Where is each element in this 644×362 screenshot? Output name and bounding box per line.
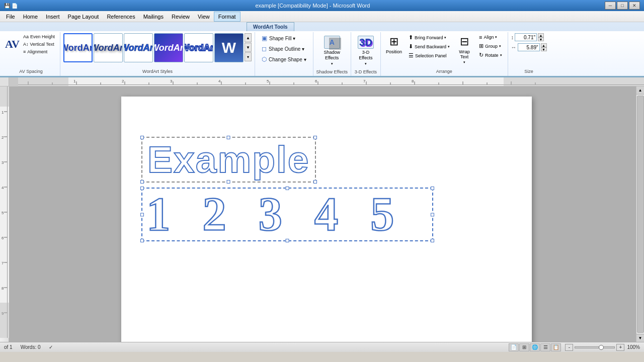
menu-insert[interactable]: Insert bbox=[42, 12, 64, 22]
menu-view[interactable]: View bbox=[194, 12, 214, 22]
menu-page-layout[interactable]: Page Layout bbox=[64, 12, 103, 22]
alignment-icon: ≡ bbox=[23, 49, 26, 54]
nums-handle-br[interactable] bbox=[431, 239, 434, 242]
nums-handle-tr[interactable] bbox=[431, 187, 434, 190]
wordart-style-5[interactable]: WordArt bbox=[184, 33, 213, 62]
send-backward-button[interactable]: ⬇ Send Backward ▾ bbox=[406, 42, 452, 51]
view-outline-button[interactable]: ☰ bbox=[540, 343, 550, 351]
width-down[interactable]: ▼ bbox=[541, 47, 547, 51]
styles-scroll-up[interactable]: ▲ bbox=[245, 33, 252, 42]
handle-bl[interactable] bbox=[140, 180, 144, 184]
menu-home[interactable]: Home bbox=[19, 12, 42, 22]
group-button[interactable]: ⊞ Group ▾ bbox=[476, 42, 505, 50]
even-height-button[interactable]: Aa Even Height bbox=[21, 33, 57, 40]
view-draft-button[interactable]: 📋 bbox=[551, 343, 561, 351]
width-input-row: ↔ ▲ ▼ bbox=[511, 43, 547, 51]
vertical-text-icon: A↕ bbox=[23, 42, 29, 47]
height-input[interactable] bbox=[515, 33, 537, 41]
svg-text:4: 4 bbox=[2, 186, 4, 190]
handle-bm[interactable] bbox=[227, 180, 230, 184]
view-print-button[interactable]: 📄 bbox=[509, 343, 519, 351]
align-button[interactable]: ≡ Align ▾ bbox=[476, 33, 505, 41]
nums-handle-tm[interactable] bbox=[286, 187, 289, 190]
selection-panel-button[interactable]: ☰ Selection Panel bbox=[406, 51, 452, 60]
wordart-style-6[interactable]: W bbox=[214, 33, 244, 62]
menu-file[interactable]: File bbox=[2, 12, 19, 22]
nums-handle-bm[interactable] bbox=[286, 239, 289, 242]
svg-text:5: 5 bbox=[267, 79, 269, 83]
nums-handle-bl[interactable] bbox=[140, 239, 144, 242]
menu-format[interactable]: Format bbox=[214, 12, 240, 22]
view-fullscreen-button[interactable]: ⊞ bbox=[519, 343, 529, 351]
change-shape-button[interactable]: ⬡ Change Shape ▾ bbox=[258, 54, 310, 64]
height-down[interactable]: ▼ bbox=[538, 37, 544, 41]
styles-scroll-down[interactable]: ▼ bbox=[245, 43, 252, 52]
close-button[interactable]: ✕ bbox=[629, 2, 640, 10]
handle-br[interactable] bbox=[313, 180, 317, 184]
zoom-slider[interactable] bbox=[575, 346, 615, 348]
handle-tr[interactable] bbox=[313, 136, 317, 139]
ruler-vertical-svg: 1 2 3 4 5 6 7 8 9 bbox=[0, 86, 9, 338]
svg-text:1: 1 bbox=[73, 79, 76, 83]
scroll-down-button[interactable]: ▼ bbox=[636, 334, 645, 342]
nums-handle-mr[interactable] bbox=[431, 213, 434, 216]
group-text: AV Aa Even Height A↕ Vertical Text ≡ Ali bbox=[2, 32, 60, 76]
nums-handle-ml[interactable] bbox=[140, 213, 144, 216]
shape-outline-button[interactable]: ◻ Shape Outline ▾ bbox=[258, 44, 310, 54]
styles-scroll-more[interactable]: ▾ bbox=[245, 52, 252, 61]
menu-mailings[interactable]: Mailings bbox=[139, 12, 168, 22]
wordart-style-2[interactable]: WordArt bbox=[94, 33, 123, 62]
arrange-group-content: ⊞ Position ⬆ Bring Forward ▾ ⬇ Send Back… bbox=[384, 33, 505, 68]
group-shadow-effects: A ShadowEffects ▾ Shadow Effects bbox=[313, 32, 351, 76]
position-icon: ⊞ bbox=[389, 35, 398, 48]
nums-handle-tl[interactable] bbox=[140, 187, 144, 190]
size-group-label: Size bbox=[511, 68, 547, 75]
wordart-example-line1[interactable]: Example bbox=[141, 137, 316, 183]
position-button[interactable]: ⊞ Position bbox=[384, 33, 404, 56]
document-area: 1 2 3 4 5 6 7 8 9 Example bbox=[0, 86, 644, 342]
page-indicator: of 1 bbox=[4, 344, 13, 350]
minimize-button[interactable]: ─ bbox=[605, 2, 616, 10]
maximize-button[interactable]: □ bbox=[617, 2, 628, 10]
scroll-up-button[interactable]: ▲ bbox=[636, 86, 645, 95]
height-up[interactable]: ▲ bbox=[538, 33, 544, 37]
bring-forward-chevron: ▾ bbox=[444, 36, 446, 40]
wordart-style-1[interactable]: WordArt bbox=[63, 33, 93, 62]
zoom-slider-thumb[interactable] bbox=[599, 345, 604, 350]
handle-tl[interactable] bbox=[140, 136, 144, 139]
document-scroll[interactable]: Example 1 2 3 4 5 bbox=[9, 86, 644, 342]
wordart-style-4[interactable]: WordArt bbox=[154, 33, 183, 62]
send-backward-chevron: ▾ bbox=[448, 45, 450, 49]
wordart-numbers-container[interactable]: 1 2 3 4 5 bbox=[141, 188, 512, 241]
handle-tm[interactable] bbox=[227, 136, 230, 139]
styles-scroll: ▲ ▼ ▾ bbox=[245, 33, 252, 61]
width-up[interactable]: ▲ bbox=[541, 43, 547, 47]
scroll-thumb[interactable] bbox=[637, 96, 644, 333]
wordart-tools-tab[interactable]: WordArt Tools bbox=[247, 22, 294, 31]
width-input[interactable] bbox=[518, 43, 540, 51]
svg-text:3: 3 bbox=[170, 79, 173, 83]
threed-effects-icon: 3D bbox=[359, 37, 372, 48]
rotate-button[interactable]: ↻ Rotate ▾ bbox=[476, 51, 505, 59]
threed-effects-button[interactable]: 3D 3-DEffects ▾ bbox=[354, 33, 377, 68]
vertical-scrollbar[interactable]: ▲ ▼ bbox=[636, 86, 644, 342]
svg-rect-35 bbox=[7, 86, 8, 338]
text-buttons: Aa Even Height A↕ Vertical Text ≡ Alignm… bbox=[21, 33, 57, 55]
alignment-button[interactable]: ≡ Alignment bbox=[21, 48, 57, 55]
text-group-label: AV Spacing bbox=[5, 68, 57, 75]
bring-forward-button[interactable]: ⬆ Bring Forward ▾ bbox=[406, 33, 452, 42]
wrap-text-button[interactable]: ⊟ WrapText ▾ bbox=[454, 33, 474, 66]
menu-review[interactable]: Review bbox=[168, 12, 194, 22]
shape-fill-button[interactable]: ▣ Shape Fill ▾ bbox=[258, 33, 310, 43]
vertical-text-button[interactable]: A↕ Vertical Text bbox=[21, 41, 57, 48]
zoom-out-button[interactable]: - bbox=[565, 344, 573, 351]
wordart-style-3[interactable]: WordArt bbox=[124, 33, 153, 62]
view-web-button[interactable]: 🌐 bbox=[530, 343, 540, 351]
wordart-example-container[interactable]: Example bbox=[141, 137, 512, 183]
shadow-effects-button[interactable]: A ShadowEffects ▾ bbox=[320, 33, 344, 68]
shadow-effects-group-label: Shadow Effects bbox=[316, 68, 348, 75]
zoom-in-button[interactable]: + bbox=[616, 344, 624, 351]
menu-references[interactable]: References bbox=[103, 12, 139, 22]
wordart-numbers-line[interactable]: 1 2 3 4 5 bbox=[141, 188, 433, 241]
svg-text:3: 3 bbox=[2, 160, 4, 165]
